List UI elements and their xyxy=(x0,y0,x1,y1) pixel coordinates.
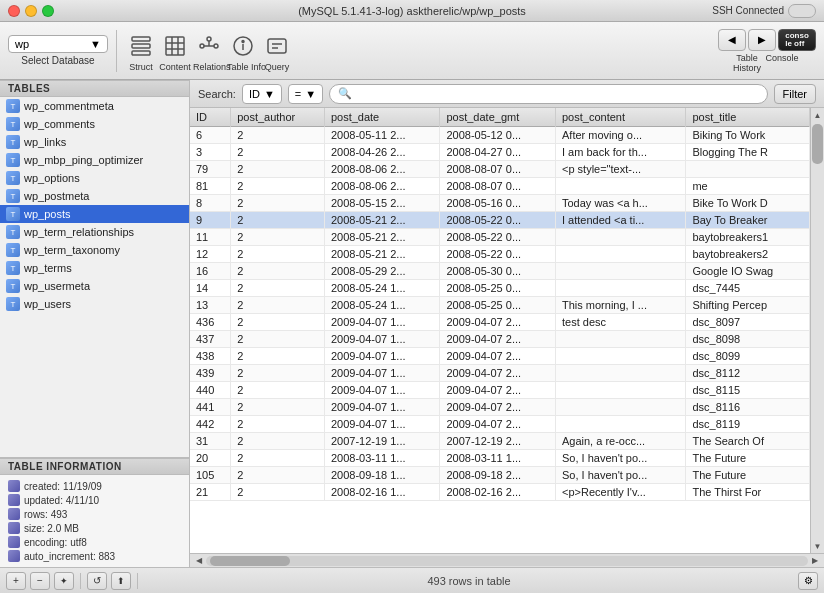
table-cell: 21 xyxy=(190,484,231,501)
ssh-label: SSH Connected xyxy=(712,5,784,16)
v-scroll-thumb[interactable] xyxy=(812,124,823,164)
info-icon xyxy=(8,522,20,534)
table-icon: T xyxy=(6,261,20,275)
column-header-post-content[interactable]: post_content xyxy=(555,108,685,127)
table-cell: 2008-05-12 0... xyxy=(440,127,556,144)
relations-button[interactable] xyxy=(193,30,225,62)
duplicate-row-button[interactable]: ✦ xyxy=(54,572,74,590)
table-row[interactable]: 1122008-05-21 2...2008-05-22 0...baytobr… xyxy=(190,229,810,246)
remove-row-button[interactable]: − xyxy=(30,572,50,590)
table-row[interactable]: 44122009-04-07 1...2009-04-07 2...dsc_81… xyxy=(190,399,810,416)
table-row[interactable]: 1222008-05-21 2...2008-05-22 0...baytobr… xyxy=(190,246,810,263)
svg-rect-1 xyxy=(132,44,150,48)
table-cell: 2008-05-25 0... xyxy=(440,280,556,297)
scroll-down-arrow[interactable]: ▼ xyxy=(811,539,824,553)
table-cell: 2 xyxy=(231,246,325,263)
table-row[interactable]: 1422008-05-24 1...2008-05-25 0...dsc_744… xyxy=(190,280,810,297)
vertical-scrollbar[interactable]: ▲ ▼ xyxy=(810,108,824,553)
table-cell: Bike To Work D xyxy=(686,195,810,212)
table-cell: 9 xyxy=(190,212,231,229)
sidebar-item-wp-usermeta[interactable]: Twp_usermeta xyxy=(0,277,189,295)
history-fwd-button[interactable]: ▶ xyxy=(748,29,776,51)
table-row[interactable]: 8122008-08-06 2...2008-08-07 0...me xyxy=(190,178,810,195)
table-row[interactable]: 44222009-04-07 1...2009-04-07 2...dsc_81… xyxy=(190,416,810,433)
ssh-toggle[interactable] xyxy=(788,4,816,18)
table-row[interactable]: 43922009-04-07 1...2009-04-07 2...dsc_81… xyxy=(190,365,810,382)
export-button[interactable]: ⬆ xyxy=(111,572,131,590)
table-row[interactable]: 822008-05-15 2...2008-05-16 0...Today wa… xyxy=(190,195,810,212)
table-cell: 442 xyxy=(190,416,231,433)
sidebar-item-label: wp_links xyxy=(24,136,66,148)
table-row[interactable]: 322008-04-26 2...2008-04-27 0...I am bac… xyxy=(190,144,810,161)
search-input-wrap: 🔍 xyxy=(329,84,767,104)
table-cell: This morning, I ... xyxy=(555,297,685,314)
search-field-dropdown[interactable]: ID ▼ xyxy=(242,84,282,104)
column-header-post-date[interactable]: post_date xyxy=(324,108,440,127)
console-badge[interactable]: console off xyxy=(778,29,816,51)
table-row[interactable]: 43622009-04-07 1...2009-04-07 2...test d… xyxy=(190,314,810,331)
scroll-up-arrow[interactable]: ▲ xyxy=(811,108,824,122)
table-cell: dsc_8098 xyxy=(686,331,810,348)
table-row[interactable]: 922008-05-21 2...2008-05-22 0...I attend… xyxy=(190,212,810,229)
table-cell: 2008-05-24 1... xyxy=(324,280,440,297)
refresh-button[interactable]: ↺ xyxy=(87,572,107,590)
filter-button[interactable]: Filter xyxy=(774,84,816,104)
sidebar-item-wp-options[interactable]: Twp_options xyxy=(0,169,189,187)
column-header-post-author[interactable]: post_author xyxy=(231,108,325,127)
add-row-button[interactable]: + xyxy=(6,572,26,590)
table-row[interactable]: 43722009-04-07 1...2009-04-07 2...dsc_80… xyxy=(190,331,810,348)
scroll-left-arrow[interactable]: ◀ xyxy=(192,554,206,568)
sidebar-item-wp-posts[interactable]: Twp_posts xyxy=(0,205,189,223)
sidebar-item-wp-term-relationships[interactable]: Twp_term_relationships xyxy=(0,223,189,241)
sidebar-item-wp-links[interactable]: Twp_links xyxy=(0,133,189,151)
horizontal-scrollbar[interactable]: ◀ ▶ xyxy=(190,553,824,567)
column-header-post-date-gmt[interactable]: post_date_gmt xyxy=(440,108,556,127)
history-back-button[interactable]: ◀ xyxy=(718,29,746,51)
table-row[interactable]: 1322008-05-24 1...2008-05-25 0...This mo… xyxy=(190,297,810,314)
db-dropdown[interactable]: wp ▼ xyxy=(8,35,108,53)
sidebar-item-wp-terms[interactable]: Twp_terms xyxy=(0,259,189,277)
table-row[interactable]: 43822009-04-07 1...2009-04-07 2...dsc_80… xyxy=(190,348,810,365)
table-row[interactable]: 2022008-03-11 1...2008-03-11 1...So, I h… xyxy=(190,450,810,467)
sidebar-item-wp-mbp-ping-optimizer[interactable]: Twp_mbp_ping_optimizer xyxy=(0,151,189,169)
table-row[interactable]: 3122007-12-19 1...2007-12-19 2...Again, … xyxy=(190,433,810,450)
sidebar-item-wp-comments[interactable]: Twp_comments xyxy=(0,115,189,133)
table-cell: 2009-04-07 1... xyxy=(324,382,440,399)
search-operator-dropdown[interactable]: = ▼ xyxy=(288,84,323,104)
table-cell: 2008-02-16 1... xyxy=(324,484,440,501)
table-row[interactable]: 10522008-09-18 1...2008-09-18 2...So, I … xyxy=(190,467,810,484)
table-cell: After moving o... xyxy=(555,127,685,144)
table-cell: 3 xyxy=(190,144,231,161)
close-button[interactable] xyxy=(8,5,20,17)
scroll-right-arrow[interactable]: ▶ xyxy=(808,554,822,568)
table-row[interactable]: 2122008-02-16 1...2008-02-16 2...<p>Rece… xyxy=(190,484,810,501)
table-info-button[interactable] xyxy=(227,30,259,62)
sidebar-item-wp-users[interactable]: Twp_users xyxy=(0,295,189,313)
info-icon xyxy=(8,536,20,548)
column-header-ID[interactable]: ID xyxy=(190,108,231,127)
search-input[interactable] xyxy=(356,88,758,100)
table-icon: T xyxy=(6,297,20,311)
table-cell: 2009-04-07 1... xyxy=(324,399,440,416)
table-row[interactable]: 1622008-05-29 2...2008-05-30 0...Google … xyxy=(190,263,810,280)
sidebar-item-wp-postmeta[interactable]: Twp_postmeta xyxy=(0,187,189,205)
table-cell: 2 xyxy=(231,297,325,314)
table-row[interactable]: 622008-05-11 2...2008-05-12 0...After mo… xyxy=(190,127,810,144)
settings-button[interactable]: ⚙ xyxy=(798,572,818,590)
table-row[interactable]: 7922008-08-06 2...2008-08-07 0...<p styl… xyxy=(190,161,810,178)
table-row[interactable]: 44022009-04-07 1...2009-04-07 2...dsc_81… xyxy=(190,382,810,399)
query-button[interactable] xyxy=(261,30,293,62)
content-button[interactable] xyxy=(159,30,191,62)
table-cell: 2 xyxy=(231,280,325,297)
column-header-post-title[interactable]: post_title xyxy=(686,108,810,127)
table-icon: T xyxy=(6,225,20,239)
minimize-button[interactable] xyxy=(25,5,37,17)
sidebar-item-label: wp_term_relationships xyxy=(24,226,134,238)
structure-button[interactable] xyxy=(125,30,157,62)
sidebar-item-wp-term-taxonomy[interactable]: Twp_term_taxonomy xyxy=(0,241,189,259)
sidebar-item-wp-commentmeta[interactable]: Twp_commentmeta xyxy=(0,97,189,115)
maximize-button[interactable] xyxy=(42,5,54,17)
db-dropdown-arrow: ▼ xyxy=(90,38,101,50)
h-scroll-thumb[interactable] xyxy=(210,556,290,566)
table-cell: Today was <a h... xyxy=(555,195,685,212)
